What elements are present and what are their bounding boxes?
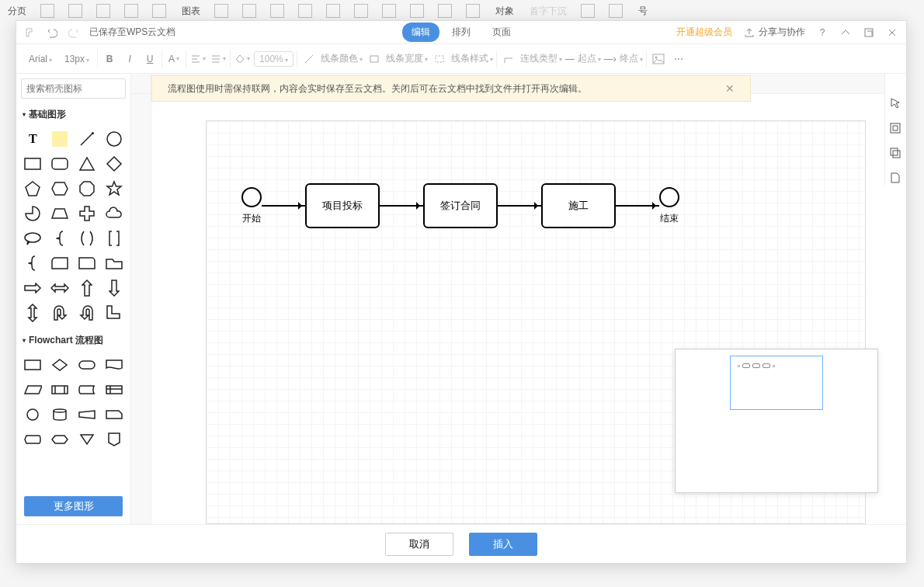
align-h-button[interactable]: [189, 50, 207, 68]
share-link[interactable]: 分享与协作: [743, 26, 805, 39]
fc-stored[interactable]: [75, 380, 99, 400]
fc-predefined[interactable]: [48, 380, 72, 400]
shape-card[interactable]: [48, 253, 72, 273]
more-shapes-button[interactable]: 更多图形: [24, 496, 123, 516]
pointer-icon[interactable]: [889, 97, 903, 111]
connector[interactable]: [380, 205, 423, 207]
fc-offpage[interactable]: [102, 429, 126, 450]
shape-trapezoid[interactable]: [48, 203, 72, 224]
category-flowchart[interactable]: Flowchart 流程图: [16, 329, 130, 352]
fc-decision[interactable]: [48, 355, 72, 375]
fc-document[interactable]: [102, 355, 126, 375]
shape-paren[interactable]: [75, 228, 99, 248]
shape-rect[interactable]: [21, 154, 45, 174]
help-icon[interactable]: ?: [816, 26, 828, 39]
shape-brace-single[interactable]: [21, 253, 45, 273]
format-painter-icon[interactable]: [24, 26, 36, 39]
search-input[interactable]: [21, 78, 126, 99]
shape-note[interactable]: [48, 129, 72, 149]
category-basic[interactable]: 基础图形: [16, 103, 130, 126]
fc-process[interactable]: [21, 355, 45, 375]
tab-page[interactable]: 页面: [483, 23, 520, 42]
insert-button[interactable]: 插入: [469, 533, 537, 556]
shape-corner[interactable]: [102, 303, 126, 323]
underline-button[interactable]: U: [141, 50, 158, 68]
shape-uturn2[interactable]: [75, 303, 99, 323]
node-step3[interactable]: 施工: [541, 183, 616, 228]
align-v-button[interactable]: [210, 50, 227, 68]
fc-display[interactable]: [21, 429, 45, 450]
shape-folder[interactable]: [102, 253, 126, 273]
shape-octagon[interactable]: [75, 179, 99, 199]
shape-roundrect[interactable]: [48, 154, 72, 174]
popout-icon[interactable]: [863, 26, 875, 39]
shape-text[interactable]: T: [21, 129, 45, 149]
shape-arrow-right[interactable]: [21, 278, 45, 298]
shape-circle[interactable]: [102, 129, 126, 149]
more-icon[interactable]: ⋯: [670, 50, 687, 68]
fc-data[interactable]: [21, 380, 45, 400]
banner-close-icon[interactable]: ✕: [725, 82, 735, 95]
shape-arrow-up[interactable]: [75, 278, 99, 298]
line-color-select[interactable]: 线条颜色: [321, 52, 363, 65]
conn-type-select[interactable]: 连线类型: [520, 52, 562, 65]
line-style-select[interactable]: 线条样式: [451, 52, 493, 65]
font-family-select[interactable]: Arial: [24, 52, 57, 66]
shape-arrow-down[interactable]: [102, 278, 126, 298]
fc-connector[interactable]: [21, 405, 45, 425]
node-start[interactable]: 开始: [241, 187, 262, 225]
font-size-select[interactable]: 13px: [60, 52, 94, 66]
italic-button[interactable]: I: [121, 50, 138, 68]
tab-edit[interactable]: 编辑: [402, 23, 439, 42]
shape-diamond[interactable]: [102, 154, 126, 174]
redo-icon[interactable]: [68, 26, 80, 39]
undo-icon[interactable]: [46, 26, 58, 39]
bold-button[interactable]: B: [101, 50, 118, 68]
fit-icon[interactable]: [889, 122, 903, 136]
fc-card[interactable]: [102, 405, 126, 425]
shape-plus[interactable]: [75, 203, 99, 224]
fc-terminator[interactable]: [75, 355, 99, 375]
shape-arrow-updown[interactable]: [21, 303, 45, 323]
shape-tab[interactable]: [75, 253, 99, 273]
fc-database[interactable]: [48, 405, 72, 425]
tab-arrange[interactable]: 排列: [443, 23, 480, 42]
layers-icon[interactable]: [889, 147, 903, 161]
shape-cloud[interactable]: [102, 203, 126, 224]
node-end[interactable]: 结束: [659, 187, 679, 225]
node-step2[interactable]: 签订合同: [423, 183, 498, 228]
shape-arrow-both[interactable]: [48, 278, 72, 298]
shape-hexagon[interactable]: [48, 179, 72, 199]
connector[interactable]: [498, 205, 541, 207]
font-color-button[interactable]: A: [165, 50, 182, 68]
fill-color-button[interactable]: [234, 50, 251, 68]
shape-pentagon[interactable]: [21, 179, 45, 199]
minimap-viewport[interactable]: [730, 356, 823, 410]
shape-line[interactable]: [75, 129, 99, 149]
fc-internal[interactable]: [102, 380, 126, 400]
close-icon[interactable]: [886, 26, 898, 39]
fc-manual[interactable]: [75, 405, 99, 425]
shape-star[interactable]: [102, 179, 126, 199]
minimap[interactable]: [675, 349, 878, 493]
image-button[interactable]: [650, 50, 667, 68]
shape-uturn[interactable]: [48, 303, 72, 323]
cancel-button[interactable]: 取消: [385, 533, 453, 556]
page-icon[interactable]: [889, 172, 903, 186]
node-step1[interactable]: 项目投标: [305, 183, 380, 228]
opacity-select[interactable]: 100%: [254, 51, 294, 67]
shape-bracket[interactable]: [102, 228, 126, 248]
collapse-icon[interactable]: [839, 26, 852, 39]
fc-merge[interactable]: [75, 429, 99, 450]
end-select[interactable]: 终点: [620, 52, 643, 65]
connector[interactable]: [262, 205, 305, 207]
vip-link[interactable]: 开通超级会员: [676, 26, 732, 39]
shape-callout[interactable]: [21, 228, 45, 248]
shape-brace-left[interactable]: [48, 228, 72, 248]
line-width-select[interactable]: 线条宽度: [386, 52, 428, 65]
fc-loop[interactable]: [48, 429, 72, 450]
shape-pie[interactable]: [21, 203, 45, 224]
start-select[interactable]: 起点: [578, 52, 601, 65]
shape-triangle[interactable]: [75, 154, 99, 174]
connector[interactable]: [616, 205, 659, 207]
